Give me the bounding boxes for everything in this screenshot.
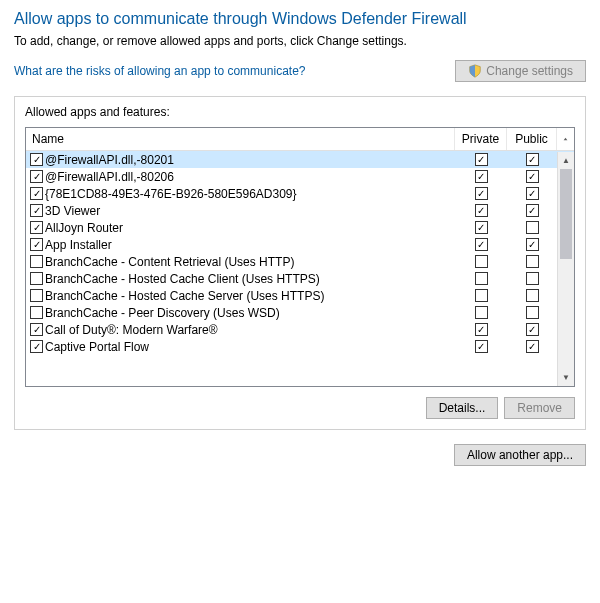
table-row[interactable]: BranchCache - Content Retrieval (Uses HT… <box>26 253 574 270</box>
enable-checkbox[interactable] <box>30 221 43 234</box>
public-checkbox[interactable] <box>526 272 539 285</box>
public-checkbox[interactable] <box>526 255 539 268</box>
public-checkbox[interactable] <box>526 306 539 319</box>
public-checkbox[interactable] <box>526 221 539 234</box>
page-subtitle: To add, change, or remove allowed apps a… <box>14 34 586 48</box>
app-name: BranchCache - Peer Discovery (Uses WSD) <box>45 306 280 320</box>
private-checkbox[interactable] <box>475 289 488 302</box>
public-checkbox[interactable] <box>526 187 539 200</box>
enable-checkbox[interactable] <box>30 187 43 200</box>
private-checkbox[interactable] <box>475 306 488 319</box>
public-checkbox[interactable] <box>526 289 539 302</box>
scroll-down-icon[interactable]: ▼ <box>558 369 574 386</box>
public-checkbox[interactable] <box>526 323 539 336</box>
table-row[interactable]: @FirewallAPI.dll,-80206 <box>26 168 574 185</box>
app-name: App Installer <box>45 238 112 252</box>
app-name: @FirewallAPI.dll,-80201 <box>45 153 174 167</box>
public-checkbox[interactable] <box>526 153 539 166</box>
enable-checkbox[interactable] <box>30 323 43 336</box>
private-checkbox[interactable] <box>475 153 488 166</box>
table-row[interactable]: {78E1CD88-49E3-476E-B926-580E596AD309} <box>26 185 574 202</box>
enable-checkbox[interactable] <box>30 204 43 217</box>
private-checkbox[interactable] <box>475 272 488 285</box>
app-name: 3D Viewer <box>45 204 100 218</box>
app-name: {78E1CD88-49E3-476E-B926-580E596AD309} <box>45 187 297 201</box>
change-settings-label: Change settings <box>486 64 573 78</box>
enable-checkbox[interactable] <box>30 170 43 183</box>
app-name: BranchCache - Content Retrieval (Uses HT… <box>45 255 294 269</box>
enable-checkbox[interactable] <box>30 153 43 166</box>
column-private[interactable]: Private <box>455 128 507 150</box>
enable-checkbox[interactable] <box>30 238 43 251</box>
private-checkbox[interactable] <box>475 238 488 251</box>
risks-link[interactable]: What are the risks of allowing an app to… <box>14 64 305 78</box>
table-row[interactable]: 3D Viewer <box>26 202 574 219</box>
scrollbar-track[interactable] <box>558 169 574 369</box>
public-checkbox[interactable] <box>526 204 539 217</box>
table-row[interactable]: @FirewallAPI.dll,-80201 <box>26 151 574 168</box>
table-row[interactable]: BranchCache - Hosted Cache Client (Uses … <box>26 270 574 287</box>
enable-checkbox[interactable] <box>30 306 43 319</box>
app-name: AllJoyn Router <box>45 221 123 235</box>
shield-icon <box>468 64 482 78</box>
group-label: Allowed apps and features: <box>25 105 575 119</box>
page-title: Allow apps to communicate through Window… <box>14 10 586 28</box>
private-checkbox[interactable] <box>475 170 488 183</box>
details-button[interactable]: Details... <box>426 397 499 419</box>
vertical-scrollbar[interactable]: ▲ ▼ <box>557 152 574 386</box>
table-row[interactable]: BranchCache - Peer Discovery (Uses WSD) <box>26 304 574 321</box>
app-name: @FirewallAPI.dll,-80206 <box>45 170 174 184</box>
scroll-up-icon[interactable]: ▲ <box>558 152 574 169</box>
app-name: BranchCache - Hosted Cache Client (Uses … <box>45 272 320 286</box>
scrollbar-thumb[interactable] <box>560 169 572 259</box>
public-checkbox[interactable] <box>526 238 539 251</box>
table-row[interactable]: App Installer <box>26 236 574 253</box>
public-checkbox[interactable] <box>526 170 539 183</box>
enable-checkbox[interactable] <box>30 272 43 285</box>
enable-checkbox[interactable] <box>30 289 43 302</box>
private-checkbox[interactable] <box>475 187 488 200</box>
public-checkbox[interactable] <box>526 340 539 353</box>
app-name: Call of Duty®: Modern Warfare® <box>45 323 218 337</box>
remove-button[interactable]: Remove <box>504 397 575 419</box>
private-checkbox[interactable] <box>475 255 488 268</box>
table-row[interactable]: BranchCache - Hosted Cache Server (Uses … <box>26 287 574 304</box>
allowed-apps-group: Allowed apps and features: Name Private … <box>14 96 586 430</box>
table-row[interactable]: AllJoyn Router <box>26 219 574 236</box>
apps-table: Name Private Public @FirewallAPI.dll,-80… <box>25 127 575 387</box>
change-settings-button[interactable]: Change settings <box>455 60 586 82</box>
private-checkbox[interactable] <box>475 204 488 217</box>
column-name[interactable]: Name <box>26 128 455 150</box>
allow-another-app-button[interactable]: Allow another app... <box>454 444 586 466</box>
app-name: Captive Portal Flow <box>45 340 149 354</box>
private-checkbox[interactable] <box>475 221 488 234</box>
enable-checkbox[interactable] <box>30 255 43 268</box>
table-row[interactable]: Captive Portal Flow <box>26 338 574 355</box>
scroll-up-header-icon[interactable] <box>557 128 574 150</box>
app-name: BranchCache - Hosted Cache Server (Uses … <box>45 289 324 303</box>
column-public[interactable]: Public <box>507 128 557 150</box>
enable-checkbox[interactable] <box>30 340 43 353</box>
private-checkbox[interactable] <box>475 323 488 336</box>
private-checkbox[interactable] <box>475 340 488 353</box>
table-header: Name Private Public <box>26 128 574 151</box>
table-row[interactable]: Call of Duty®: Modern Warfare® <box>26 321 574 338</box>
